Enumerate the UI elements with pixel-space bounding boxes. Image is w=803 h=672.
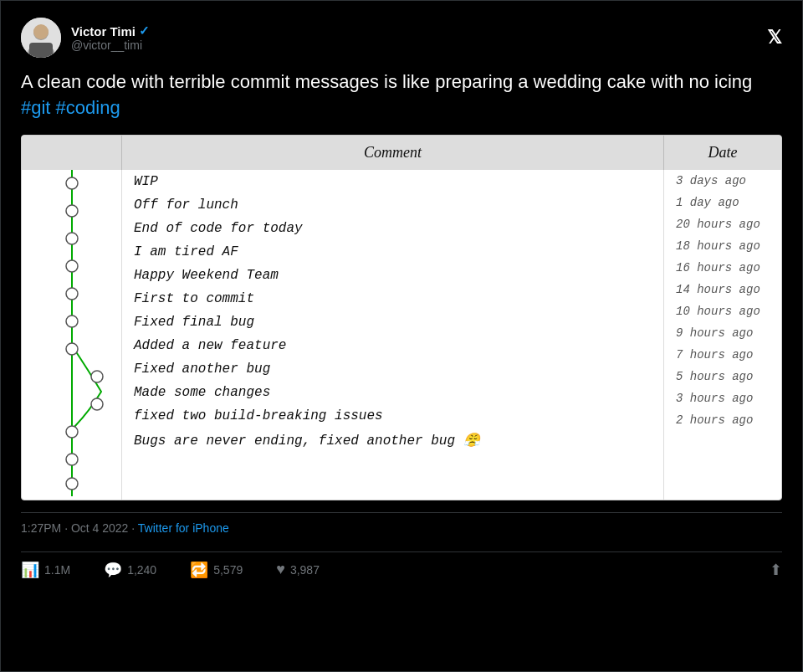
table-row: Fixed another bug bbox=[122, 357, 663, 381]
tweet-main-text: A clean code with terrible commit messag… bbox=[21, 71, 752, 92]
table-row: 1 day ago bbox=[664, 192, 781, 213]
dates-col: 3 days ago 1 day ago 20 hours ago 18 hou… bbox=[664, 170, 781, 500]
table-row: 5 hours ago bbox=[664, 366, 781, 387]
user-display-name: Victor Timi bbox=[71, 24, 136, 38]
table-row: End of code for today bbox=[122, 217, 663, 240]
display-name: Victor Timi ✓ bbox=[71, 23, 150, 38]
svg-point-10 bbox=[66, 288, 78, 300]
verified-icon: ✓ bbox=[139, 23, 150, 38]
like-action[interactable]: ♥ 3,987 bbox=[276, 561, 320, 578]
graph-col bbox=[22, 170, 122, 500]
commit-graph-svg bbox=[22, 170, 122, 496]
retweet-icon: 🔁 bbox=[190, 561, 208, 579]
tweet-header-left: Victor Timi ✓ @victor__timi bbox=[21, 18, 150, 58]
svg-point-15 bbox=[66, 426, 78, 438]
table-row: 7 hours ago bbox=[664, 344, 781, 366]
table-row: Happy Weekend Team bbox=[122, 264, 663, 287]
tweet-source[interactable]: Twitter for iPhone bbox=[138, 521, 229, 535]
views-action[interactable]: 📊 1.1M bbox=[21, 561, 70, 579]
tweet-actions: 📊 1.1M 💬 1,240 🔁 5,579 ♥ 3,987 ⬆ bbox=[21, 551, 782, 587]
table-row: Added a new feature bbox=[122, 334, 663, 357]
commit-table-wrapper: Comment Date bbox=[21, 135, 782, 500]
table-row: 3 days ago bbox=[664, 170, 781, 192]
table-row: 20 hours ago bbox=[664, 213, 781, 235]
table-header-row: Comment Date bbox=[22, 136, 781, 170]
comment-icon: 💬 bbox=[104, 561, 122, 579]
table-row: fixed two build-breaking issues bbox=[122, 404, 663, 428]
tweet-text: A clean code with terrible commit messag… bbox=[21, 69, 782, 121]
table-row: WIP bbox=[122, 170, 663, 193]
svg-point-4 bbox=[33, 24, 49, 39]
table-row: 14 hours ago bbox=[664, 279, 781, 300]
table-row: 18 hours ago bbox=[664, 235, 781, 257]
table-row: I am tired AF bbox=[122, 240, 663, 264]
svg-point-14 bbox=[91, 398, 103, 410]
svg-point-11 bbox=[66, 315, 78, 327]
tweet-time: 1:27PM · Oct 4 2022 · bbox=[21, 521, 138, 535]
th-graph bbox=[22, 136, 122, 170]
like-icon: ♥ bbox=[276, 561, 285, 578]
avatar bbox=[21, 18, 61, 58]
table-row: Bugs are never ending, fixed another bug… bbox=[122, 428, 663, 453]
table-row: 10 hours ago bbox=[664, 300, 781, 322]
comments-col: WIP Off for lunch End of code for today … bbox=[122, 170, 664, 500]
table-row: Fixed final bug bbox=[122, 310, 663, 334]
svg-point-13 bbox=[91, 371, 103, 382]
hashtag-git[interactable]: #git bbox=[21, 97, 50, 118]
svg-point-17 bbox=[66, 478, 78, 490]
th-date: Date bbox=[664, 136, 781, 170]
table-row: 9 hours ago bbox=[664, 322, 781, 344]
retweet-action[interactable]: 🔁 5,579 bbox=[190, 561, 243, 579]
table-row: Off for lunch bbox=[122, 193, 663, 217]
user-info: Victor Timi ✓ @victor__timi bbox=[71, 23, 150, 52]
username: @victor__timi bbox=[71, 38, 150, 52]
table-row: 3 hours ago bbox=[664, 387, 781, 409]
svg-point-8 bbox=[66, 233, 78, 244]
svg-point-16 bbox=[66, 454, 78, 465]
svg-point-6 bbox=[66, 177, 78, 189]
tweet-header: Victor Timi ✓ @victor__timi 𝕏 bbox=[21, 18, 782, 58]
table-row: First to commit bbox=[122, 287, 663, 310]
views-icon: 📊 bbox=[21, 561, 39, 579]
svg-rect-3 bbox=[29, 43, 53, 58]
table-row: 16 hours ago bbox=[664, 257, 781, 279]
svg-point-12 bbox=[66, 343, 78, 355]
retweets-count: 5,579 bbox=[213, 563, 243, 577]
comments-count: 1,240 bbox=[127, 563, 156, 577]
th-comment: Comment bbox=[122, 136, 664, 170]
x-logo: 𝕏 bbox=[767, 27, 782, 49]
comments-action[interactable]: 💬 1,240 bbox=[104, 561, 156, 579]
svg-point-7 bbox=[66, 205, 78, 217]
meta-time: 1:27PM · Oct 4 2022 · Twitter for iPhone bbox=[21, 521, 782, 535]
table-row: Made some changes bbox=[122, 381, 663, 404]
share-icon: ⬆ bbox=[770, 561, 782, 579]
tweet-card: Victor Timi ✓ @victor__timi 𝕏 A clean co… bbox=[0, 0, 803, 672]
views-count: 1.1M bbox=[44, 563, 70, 577]
tweet-meta: 1:27PM · Oct 4 2022 · Twitter for iPhone bbox=[21, 512, 782, 551]
svg-point-9 bbox=[66, 260, 78, 272]
table-row: 2 hours ago bbox=[664, 409, 781, 431]
table-body: WIP Off for lunch End of code for today … bbox=[22, 170, 781, 500]
likes-count: 3,987 bbox=[290, 563, 320, 577]
hashtag-coding[interactable]: #coding bbox=[56, 97, 120, 118]
share-action[interactable]: ⬆ bbox=[770, 561, 782, 579]
